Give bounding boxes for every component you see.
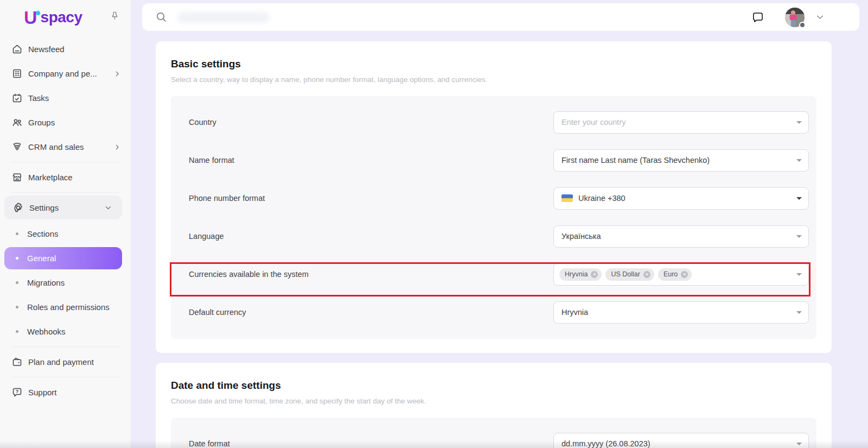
field-label: Phone number format [189, 194, 265, 203]
sidebar-item-tasks[interactable]: Tasks [0, 86, 131, 110]
select-value: Українська [561, 232, 601, 241]
card-subtitle: Choose date and time format, time zone, … [171, 397, 816, 406]
currency-tags: Hryvnia ✕ US Dollar ✕ Euro ✕ [559, 268, 692, 281]
sidebar-divider [11, 192, 120, 193]
form-row-phone-format: Phone number format Ukraine +380 [171, 179, 809, 217]
logo-letter-u: U [24, 9, 37, 26]
gear-icon [12, 201, 24, 213]
sidebar-subitem-label: Migrations [27, 278, 65, 287]
sidebar-item-groups[interactable]: Groups [0, 110, 131, 135]
caret-down-icon [796, 121, 802, 124]
sidebar-subitem-label: Webhooks [27, 327, 66, 336]
uspacy-logo[interactable]: U spacy [24, 9, 82, 26]
caret-down-icon [796, 311, 802, 314]
sidebar-item-settings[interactable]: Settings [4, 195, 122, 219]
avatar-status-badge [799, 22, 806, 28]
sidebar-item-company-and-people[interactable]: Company and pe... [0, 61, 131, 86]
question-glyph: ? [15, 389, 18, 394]
caret-down-icon [796, 235, 802, 238]
chevron-down-icon[interactable] [815, 12, 825, 22]
field-label: Date format [189, 439, 230, 448]
datetime-settings-form: Date format dd.mm.yyyy (26.08.2023) [171, 418, 816, 448]
chevron-right-icon [113, 70, 121, 78]
select-value: First name Last name (Taras Shevchenko) [561, 156, 710, 165]
sidebar-item-label: Settings [29, 203, 59, 212]
tag-label: US Dollar [611, 270, 640, 278]
language-select[interactable]: Українська [553, 225, 809, 248]
sidebar-item-label: Newsfeed [28, 45, 65, 54]
default-currency-select[interactable]: Hryvnia [553, 301, 809, 324]
user-avatar[interactable] [785, 8, 805, 27]
topbar-actions [751, 8, 825, 27]
logo-text: spacy [41, 9, 82, 26]
currencies-multiselect[interactable]: Hryvnia ✕ US Dollar ✕ Euro ✕ [553, 263, 809, 286]
chevron-right-icon [113, 143, 121, 151]
card-subtitle: Select a country, way to display a name,… [171, 75, 816, 84]
sidebar-divider [11, 346, 120, 347]
sidebar-subitem-sections[interactable]: Sections [0, 222, 131, 246]
pin-sidebar-icon[interactable] [109, 11, 120, 22]
sidebar-item-marketplace[interactable]: Marketplace [0, 165, 131, 190]
datetime-settings-card: Date and time settings Choose date and t… [156, 363, 832, 448]
card-title: Basic settings [171, 58, 816, 71]
country-select[interactable]: Enter your country [553, 111, 809, 134]
sidebar-subitem-migrations[interactable]: Migrations [0, 270, 131, 295]
form-row-date-format: Date format dd.mm.yyyy (26.08.2023) [171, 425, 809, 448]
topbar [142, 3, 859, 31]
storefront-icon [11, 172, 23, 184]
sidebar-subitem-roles-and-permissions[interactable]: Roles and permissions [0, 295, 131, 319]
date-format-select[interactable]: dd.mm.yyyy (26.08.2023) [553, 433, 809, 448]
bullet-icon [16, 306, 18, 308]
sidebar-item-plan-and-payment[interactable]: Plan and payment [0, 350, 131, 374]
field-label: Currencies available in the system [189, 270, 309, 279]
bullet-icon [16, 330, 18, 333]
support-chat-icon: ? [11, 387, 23, 399]
caret-down-icon [796, 159, 802, 162]
people-icon [11, 117, 23, 129]
sidebar-subitem-general[interactable]: General [4, 247, 122, 269]
funnel-icon [11, 141, 23, 153]
remove-tag-icon[interactable]: ✕ [643, 271, 650, 278]
sidebar-divider [11, 162, 120, 162]
bullet-icon [16, 281, 18, 284]
sidebar-item-label: Tasks [28, 93, 49, 103]
select-value: dd.mm.yyyy (26.08.2023) [561, 439, 650, 448]
building-icon [11, 68, 23, 80]
sidebar-divider [11, 377, 120, 377]
form-row-name-format: Name format First name Last name (Taras … [171, 141, 809, 179]
sidebar-subitem-webhooks[interactable]: Webhooks [0, 319, 131, 344]
search-icon[interactable] [155, 11, 168, 23]
bullet-icon [16, 257, 18, 260]
currency-tag: Hryvnia ✕ [559, 268, 602, 281]
sidebar-item-label: CRM and sales [28, 142, 84, 152]
home-icon [11, 43, 23, 55]
basic-settings-card: Basic settings Select a country, way to … [156, 41, 832, 353]
remove-tag-icon[interactable]: ✕ [591, 271, 598, 278]
select-value: Ukraine +380 [578, 194, 626, 203]
basic-settings-form: Country Enter your country Name format F… [171, 96, 816, 339]
card-title: Date and time settings [171, 379, 816, 392]
chat-bubble-icon[interactable] [751, 11, 764, 24]
form-row-language: Language Українська [171, 217, 809, 255]
logo-dot [36, 11, 40, 15]
sidebar-item-crm-and-sales[interactable]: CRM and sales [0, 135, 131, 159]
sidebar-item-label: Support [28, 388, 57, 397]
caret-down-icon [796, 197, 802, 200]
currency-tag: US Dollar ✕ [605, 268, 654, 281]
remove-tag-icon[interactable]: ✕ [681, 271, 688, 278]
sidebar-item-support[interactable]: ? Support [0, 380, 131, 405]
sidebar-subitem-label: Sections [27, 229, 59, 238]
sidebar-item-label: Marketplace [28, 173, 73, 182]
select-value: Hryvnia [561, 308, 588, 317]
tag-label: Euro [663, 270, 678, 278]
sidebar-header: U spacy [0, 0, 131, 33]
name-format-select[interactable]: First name Last name (Taras Shevchenko) [553, 149, 809, 172]
currency-tag: Euro ✕ [658, 268, 692, 281]
search-input[interactable] [177, 12, 270, 23]
form-row-default-currency: Default currency Hryvnia [171, 293, 809, 331]
wallet-icon [11, 356, 23, 368]
sidebar-subitem-label: General [27, 254, 56, 263]
sidebar-item-newsfeed[interactable]: Newsfeed [0, 37, 131, 61]
phone-format-select[interactable]: Ukraine +380 [553, 187, 809, 210]
settings-group: Settings [4, 195, 122, 219]
